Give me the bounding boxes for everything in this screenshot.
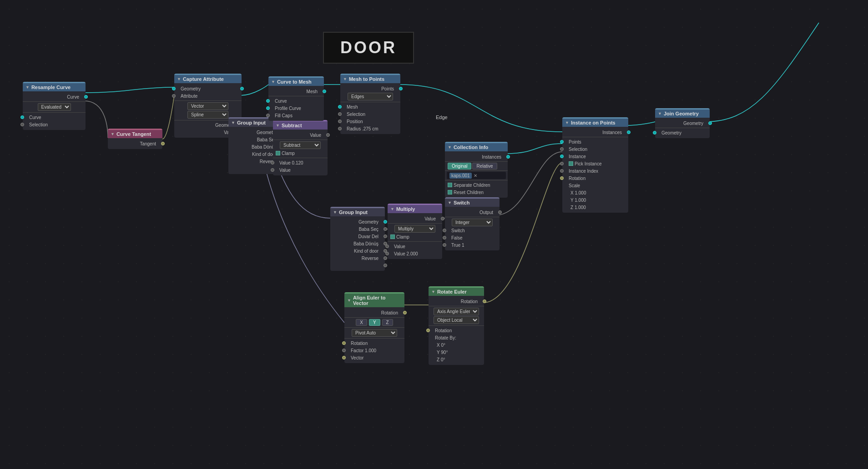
relative-btn[interactable]: Relative — [472, 163, 497, 170]
axis-z-btn[interactable]: Z — [382, 319, 393, 326]
socket-selection-in — [20, 123, 24, 126]
node-mesh-to-points-header[interactable]: ▼ Mesh to Points — [340, 75, 400, 83]
node-resample-curve-header[interactable]: ▼ Resample Curve — [23, 83, 86, 91]
node-collection-info: ▼ Collection Info Instances Original Rel… — [445, 142, 508, 198]
node-curve-tangent-header[interactable]: ▼ Curve Tangent — [108, 130, 162, 138]
node-subtract-label: Subtract — [282, 123, 302, 128]
node-align-euler-vector: ▼ Align Euler to Vector Rotation X Y Z P… — [344, 292, 404, 363]
subtract-dropdown[interactable]: Subtract — [280, 141, 321, 149]
node-instance-on-points-header[interactable]: ▼ Instance on Points — [562, 119, 628, 127]
node-align-euler-vector-label: Align Euler to Vector — [353, 295, 402, 306]
svg-text:Edge: Edge — [436, 115, 448, 120]
node-multiply-header[interactable]: ▼ Multiply — [388, 205, 442, 213]
node-subtract: ▼ Subtract Value Subtract Clamp Value 0.… — [273, 120, 328, 175]
node-instance-on-points-label: Instance on Points — [571, 120, 616, 125]
node-collection-info-header[interactable]: ▼ Collection Info — [445, 143, 508, 151]
node-rotate-euler-label: Rotate Euler — [437, 289, 467, 294]
node-join-geometry: ▼ Join Geometry Geometry Geometry — [655, 108, 710, 138]
node-multiply-label: Multiply — [396, 206, 415, 212]
node-multiply: ▼ Multiply Value Multiply Clamp Value Va… — [388, 204, 442, 259]
axis-angle-dropdown[interactable]: Axis Angle Euler — [434, 308, 479, 315]
node-curve-to-mesh: ▼ Curve to Mesh Mesh Curve Profile Curve… — [268, 76, 324, 121]
node-switch: ▼ Switch Output Integer Switch False Tru… — [445, 197, 500, 250]
clamp-checkbox[interactable] — [276, 151, 280, 155]
node-mesh-to-points-label: Mesh to Points — [349, 76, 384, 82]
edges-dropdown[interactable]: Edges — [348, 93, 393, 100]
node-group-input-2-header[interactable]: ▼ Group Input — [330, 208, 385, 216]
title-box: DOOR — [323, 32, 414, 64]
node-align-euler-vector-header[interactable]: ▼ Align Euler to Vector — [344, 294, 404, 307]
node-subtract-header[interactable]: ▼ Subtract — [273, 121, 328, 130]
node-switch-header[interactable]: ▼ Switch — [445, 199, 500, 207]
node-curve-tangent: ▼ Curve Tangent Tangent — [108, 129, 162, 149]
socket-curve-in — [20, 115, 24, 119]
vector-dropdown[interactable]: Vector — [187, 102, 228, 110]
spline-dropdown[interactable]: Spline — [187, 111, 228, 119]
object-local-dropdown[interactable]: Object Local — [434, 316, 479, 324]
node-curve-to-mesh-label: Curve to Mesh — [277, 79, 312, 85]
switch-type-dropdown[interactable]: Integer — [452, 219, 493, 226]
node-collection-info-label: Collection Info — [454, 145, 488, 150]
title-text: DOOR — [340, 38, 397, 57]
node-instance-on-points: ▼ Instance on Points Instances Points Se… — [562, 117, 628, 213]
multiply-dropdown[interactable]: Multiply — [394, 225, 435, 233]
axis-x-btn[interactable]: X — [356, 319, 367, 326]
socket-tangent-out — [161, 142, 165, 145]
node-group-input-2-label: Group Input — [339, 210, 368, 215]
node-join-geometry-label: Join Geometry — [664, 111, 699, 116]
node-resample-curve: ▼ Resample Curve Curve Evaluated Curve S… — [23, 82, 86, 130]
node-mesh-to-points: ▼ Mesh to Points Points Edges Mesh Selec… — [340, 74, 400, 134]
node-resample-curve-label: Resample Curve — [31, 85, 71, 90]
node-capture-attribute-label: Capture Attribute — [183, 76, 224, 82]
pivot-dropdown[interactable]: Pivot Auto — [352, 329, 397, 337]
node-rotate-euler-header[interactable]: ▼ Rotate Euler — [429, 288, 484, 296]
original-relative-group: Original Relative — [448, 163, 505, 170]
node-group-input-1-label: Group Input — [237, 120, 266, 125]
node-join-geometry-header[interactable]: ▼ Join Geometry — [655, 110, 710, 118]
axis-y-btn[interactable]: Y — [369, 319, 380, 326]
evaluated-dropdown[interactable]: Evaluated — [38, 103, 71, 111]
node-group-input-2: ▼ Group Input Geometry Baba Seç Duvar De… — [330, 207, 385, 271]
node-capture-attribute-header[interactable]: ▼ Capture Attribute — [174, 75, 242, 83]
original-btn[interactable]: Original — [448, 163, 471, 170]
node-rotate-euler: ▼ Rotate Euler Rotation Axis Angle Euler… — [429, 286, 484, 365]
socket-curve-out — [84, 95, 88, 99]
node-curve-to-mesh-header[interactable]: ▼ Curve to Mesh — [268, 78, 324, 86]
node-switch-label: Switch — [454, 200, 469, 205]
node-curve-tangent-label: Curve Tangent — [116, 131, 151, 137]
separate-children-checkbox[interactable] — [448, 183, 452, 187]
reset-children-checkbox[interactable] — [448, 190, 452, 195]
multiply-clamp-checkbox[interactable] — [390, 234, 395, 239]
